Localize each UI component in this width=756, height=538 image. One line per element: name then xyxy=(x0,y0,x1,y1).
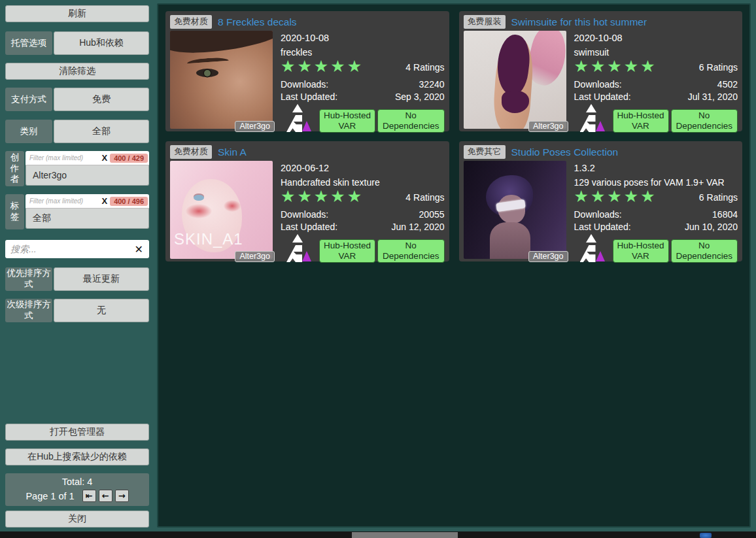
release-date: 2020-06-12 xyxy=(281,163,445,173)
filter-sidebar: 刷新 托管选项 Hub和依赖 清除筛选 支付方式 免费 类别 全部 创作者 X … xyxy=(5,5,149,528)
resource-subtitle: Handcrafted skin texture xyxy=(281,177,445,188)
search-input[interactable] xyxy=(5,244,129,254)
taskbar-blue-icon[interactable] xyxy=(700,533,712,538)
primary-sort-select[interactable]: 最近更新 xyxy=(54,267,149,291)
creator-filter-line: X 400 / 429 xyxy=(26,151,149,165)
creator-row: 创作者 X 400 / 429 Alter3go xyxy=(5,151,149,186)
thumbnail-image xyxy=(464,31,566,129)
alter3go-logo-icon xyxy=(285,104,311,133)
taskbar-item[interactable] xyxy=(352,532,458,538)
no-dependencies-button[interactable]: No Dependencies xyxy=(671,109,738,133)
no-dependencies-button[interactable]: No Dependencies xyxy=(377,109,445,133)
downloads-value: 16804 xyxy=(712,209,738,220)
resource-thumbnail[interactable]: SKIN_A1 Alter3go xyxy=(170,161,273,259)
hub-hosted-var-button[interactable]: Hub-Hosted VAR xyxy=(613,109,669,133)
category-select[interactable]: 全部 xyxy=(54,120,149,143)
resource-card: 免费材质 Skin A SKIN_A1 Alter3go 2020-06-12 … xyxy=(165,141,449,261)
star-rating-icons: ★★★★★ xyxy=(574,188,657,205)
primary-sort-row: 优先排序方式 最近更新 xyxy=(5,267,149,291)
open-package-manager-button[interactable]: 打开包管理器 xyxy=(5,424,149,441)
resource-card: 免费服装 Swimsuite for this hot summer Alter… xyxy=(459,11,743,131)
tags-label: 标签 xyxy=(5,194,24,229)
thumbnail-image xyxy=(464,161,566,259)
ratings-count: 6 Ratings xyxy=(699,62,738,73)
hosting-option-select[interactable]: Hub和依赖 xyxy=(54,31,149,55)
creator-select[interactable]: Alter3go xyxy=(26,165,149,186)
resource-title-link[interactable]: Skin A xyxy=(218,146,247,158)
updated-label: Last Updated: xyxy=(574,222,631,232)
no-dependencies-button[interactable]: No Dependencies xyxy=(377,239,445,263)
resource-thumbnail[interactable]: Alter3go xyxy=(170,31,273,129)
hub-hosted-var-button[interactable]: Hub-Hosted VAR xyxy=(319,109,375,133)
category-badge: 免费材质 xyxy=(170,145,212,159)
payment-select[interactable]: 免费 xyxy=(54,88,149,111)
creator-tag: Alter3go xyxy=(528,251,568,262)
updated-value: Jun 12, 2020 xyxy=(392,222,445,232)
resource-subtitle: freckles xyxy=(281,47,445,58)
tags-filter-input[interactable] xyxy=(26,197,99,205)
resource-thumbnail[interactable]: Alter3go xyxy=(464,31,566,129)
release-date: 2020-10-08 xyxy=(281,33,445,43)
updated-value: Sep 3, 2020 xyxy=(395,92,445,102)
refresh-button[interactable]: 刷新 xyxy=(5,5,149,22)
search-missing-deps-button[interactable]: 在Hub上搜索缺少的依赖 xyxy=(5,448,149,465)
sidebar-spacer xyxy=(5,322,149,424)
updated-label: Last Updated: xyxy=(281,92,337,102)
release-date: 2020-10-08 xyxy=(574,33,738,43)
resource-card: 免费其它 Studio Poses Collection Alter3go 1.… xyxy=(459,141,743,261)
downloads-value: 32240 xyxy=(419,79,445,90)
resource-title-link[interactable]: Studio Poses Collection xyxy=(511,146,619,158)
category-badge: 免费材质 xyxy=(170,15,212,29)
creator-tag: Alter3go xyxy=(235,121,275,132)
hub-hosted-var-button[interactable]: Hub-Hosted VAR xyxy=(319,239,375,263)
creator-filter-counter: 400 / 429 xyxy=(110,154,148,163)
secondary-sort-label: 次级排序方式 xyxy=(5,299,52,322)
tags-row: 标签 X 400 / 496 全部 xyxy=(5,194,149,229)
downloads-label: Downloads: xyxy=(574,79,622,90)
tags-select[interactable]: 全部 xyxy=(26,209,149,229)
next-page-button[interactable]: → xyxy=(115,490,129,502)
category-badge: 免费其它 xyxy=(464,145,506,159)
resource-card: 免费材质 8 Freckles decals Alter3go 2020-10-… xyxy=(165,11,449,131)
creator-label: 创作者 xyxy=(5,151,24,186)
updated-label: Last Updated: xyxy=(281,222,337,232)
no-dependencies-button[interactable]: No Dependencies xyxy=(671,239,738,263)
creator-tag: Alter3go xyxy=(528,121,568,132)
ratings-count: 4 Ratings xyxy=(405,62,444,73)
payment-label: 支付方式 xyxy=(5,88,52,111)
updated-value: Jun 10, 2020 xyxy=(685,222,738,232)
updated-value: Jul 31, 2020 xyxy=(688,92,738,102)
resource-title-link[interactable]: Swimsuite for this hot summer xyxy=(511,16,647,28)
hub-hosted-var-button[interactable]: Hub-Hosted VAR xyxy=(613,239,669,263)
resource-title-link[interactable]: 8 Freckles decals xyxy=(218,16,297,28)
resource-thumbnail[interactable]: Alter3go xyxy=(464,161,566,259)
creator-tag: Alter3go xyxy=(235,251,275,262)
thumbnail-caption: SKIN_A1 xyxy=(174,230,243,248)
creator-filter-clear-icon[interactable]: X xyxy=(99,153,110,163)
downloads-label: Downloads: xyxy=(281,209,328,220)
prev-page-button[interactable]: ← xyxy=(99,490,112,502)
hosting-option-label: 托管选项 xyxy=(5,31,52,55)
downloads-value: 20055 xyxy=(419,209,445,220)
results-panel: 免费材质 8 Freckles decals Alter3go 2020-10-… xyxy=(157,3,751,528)
creator-filter-input[interactable] xyxy=(26,154,99,161)
tags-filter-clear-icon[interactable]: X xyxy=(99,196,110,206)
thumbnail-image xyxy=(170,31,273,129)
search-box: ✕ xyxy=(5,240,149,258)
clear-filters-button[interactable]: 清除筛选 xyxy=(5,63,149,80)
ratings-count: 6 Ratings xyxy=(699,192,738,203)
alter3go-logo-icon xyxy=(579,234,605,263)
alter3go-logo-icon xyxy=(579,104,605,133)
ratings-count: 4 Ratings xyxy=(405,192,444,203)
page-indicator: Page 1 of 1 xyxy=(26,491,74,501)
primary-sort-label: 优先排序方式 xyxy=(5,267,52,291)
first-page-button[interactable]: ⇤ xyxy=(82,490,96,502)
star-rating-icons: ★★★★★ xyxy=(281,58,364,75)
secondary-sort-select[interactable]: 无 xyxy=(54,299,149,322)
search-clear-icon[interactable]: ✕ xyxy=(129,243,149,256)
alter3go-logo-icon xyxy=(285,234,311,263)
category-label: 类别 xyxy=(5,120,52,143)
tags-filter-line: X 400 / 496 xyxy=(26,194,149,209)
close-button[interactable]: 关闭 xyxy=(5,511,149,528)
downloads-label: Downloads: xyxy=(281,79,328,90)
